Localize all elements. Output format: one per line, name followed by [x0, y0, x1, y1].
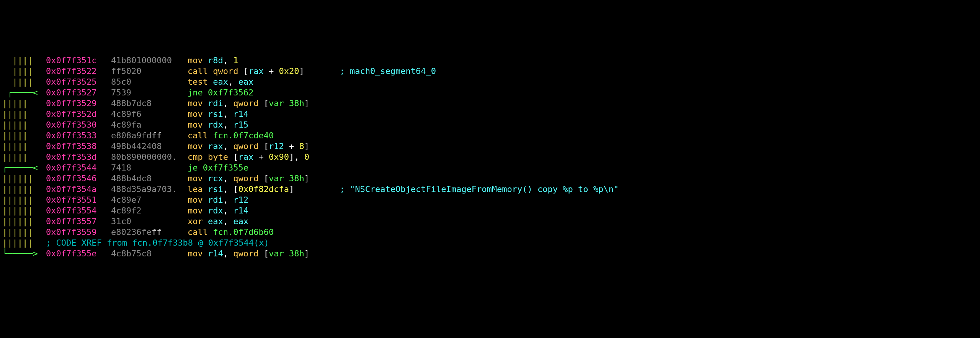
opcode-bytes: e808a9fdff — [111, 130, 188, 141]
instruction[interactable]: call qword [rax + 0x20] — [188, 66, 304, 77]
instruction[interactable]: jne 0xf7f3562 — [188, 87, 253, 98]
flow-column: |||| — [0, 55, 46, 66]
instruction[interactable]: mov rdi, r12 — [188, 195, 248, 205]
instruction[interactable]: mov rsi, r14 — [188, 109, 248, 120]
address[interactable]: 0x0f7f3544 — [46, 162, 111, 173]
opcode-bytes: 488d35a9a703. — [111, 184, 188, 195]
opcode-bytes: 80b890000000. — [111, 152, 188, 162]
address[interactable]: 0x0f7f355e — [46, 248, 111, 259]
disasm-row[interactable]: |||||0x0f7f353d80b890000000.cmp byte [ra… — [0, 152, 980, 162]
disasm-row[interactable]: ┌─────<0x0f7f35447418je 0xf7f355e — [0, 162, 980, 173]
instruction[interactable]: mov rdx, r14 — [188, 205, 248, 216]
address[interactable]: 0x0f7f3557 — [46, 216, 111, 227]
instruction[interactable]: mov r8d, 1 — [188, 55, 238, 66]
address[interactable]: 0x0f7f354a — [46, 184, 111, 195]
instruction[interactable]: je 0xf7f355e — [188, 162, 248, 173]
disasm-row[interactable]: |||||0x0f7f3533e808a9fdffcall fcn.0f7cde… — [0, 130, 980, 141]
disasm-row[interactable]: ||||||0x0f7f3559e80236feffcall fcn.0f7d6… — [0, 227, 980, 238]
flow-column: ||||| — [0, 152, 46, 162]
flow-column: |||| — [0, 66, 46, 77]
opcode-bytes: 7418 — [111, 162, 188, 173]
address[interactable]: 0x0f7f3546 — [46, 173, 111, 184]
opcode-bytes: 85c0 — [111, 77, 188, 87]
disasm-row[interactable]: ||||||0x0f7f35514c89e7mov rdi, r12 — [0, 195, 980, 205]
opcode-bytes: 488b7dc8 — [111, 98, 188, 109]
instruction[interactable]: mov rdi, qword [var_38h] — [188, 98, 309, 109]
disasm-row[interactable]: |||||0x0f7f352d4c89f6mov rsi, r14 — [0, 109, 980, 120]
disasm-row[interactable]: ||||||0x0f7f354a488d35a9a703.lea rsi, [0… — [0, 184, 980, 195]
disasm-row[interactable]: ||||||0x0f7f3546488b4dc8mov rcx, qword [… — [0, 173, 980, 184]
disasm-row[interactable]: ||||0x0f7f351c41b801000000mov r8d, 1 — [0, 55, 980, 66]
instruction[interactable]: mov rdx, r15 — [188, 120, 248, 130]
opcode-bytes: 498b442408 — [111, 141, 188, 152]
opcode-bytes: 31c0 — [111, 216, 188, 227]
flow-column: |||||| — [0, 205, 46, 216]
address[interactable]: 0x0f7f3522 — [46, 66, 111, 77]
flow-column: ||||| — [0, 109, 46, 120]
instruction[interactable]: mov r14, qword [var_38h] — [188, 248, 309, 259]
flow-column: ┌────< — [0, 87, 46, 98]
opcode-bytes: 488b4dc8 — [111, 173, 188, 184]
opcode-bytes: ff5020 — [111, 66, 188, 77]
address[interactable]: 0x0f7f3529 — [46, 98, 111, 109]
address[interactable]: 0x0f7f352d — [46, 109, 111, 120]
opcode-bytes: 4c89f6 — [111, 109, 188, 120]
instruction[interactable]: mov rax, qword [r12 + 8] — [188, 141, 309, 152]
opcode-bytes: 4c89e7 — [111, 195, 188, 205]
disasm-row[interactable]: ||||||; CODE XREF from fcn.0f7f33b8 @ 0x… — [0, 238, 980, 248]
disasm-row[interactable]: └─────>0x0f7f355e4c8b75c8mov r14, qword … — [0, 248, 980, 259]
disasm-row[interactable]: ┌────<0x0f7f35277539jne 0xf7f3562 — [0, 87, 980, 98]
address[interactable]: 0x0f7f3551 — [46, 195, 111, 205]
flow-column: |||||| — [0, 238, 46, 248]
opcode-bytes: 4c8b75c8 — [111, 248, 188, 259]
flow-column: |||||| — [0, 195, 46, 205]
address[interactable]: 0x0f7f351c — [46, 55, 111, 66]
disasm-row[interactable]: ||||0x0f7f3522ff5020call qword [rax + 0x… — [0, 66, 980, 77]
disasm-row[interactable]: ||||||0x0f7f35544c89f2mov rdx, r14 — [0, 205, 980, 216]
flow-column: |||||| — [0, 216, 46, 227]
flow-column: |||| — [0, 77, 46, 87]
flow-column: └─────> — [0, 248, 46, 259]
address[interactable]: 0x0f7f3538 — [46, 141, 111, 152]
address[interactable]: 0x0f7f3533 — [46, 130, 111, 141]
disassembly-view[interactable]: ||||0x0f7f351c41b801000000mov r8d, 1 |||… — [0, 54, 980, 338]
disasm-row[interactable]: |||||0x0f7f3529488b7dc8mov rdi, qword [v… — [0, 98, 980, 109]
opcode-bytes: 4c89fa — [111, 120, 188, 130]
comment: ; "NSCreateObjectFileImageFromMemory() c… — [340, 184, 618, 195]
flow-column: |||||| — [0, 173, 46, 184]
disasm-row[interactable]: |||||0x0f7f35304c89famov rdx, r15 — [0, 120, 980, 130]
instruction[interactable]: lea rsi, [0x0f82dcfa] — [188, 184, 294, 195]
instruction[interactable]: test eax, eax — [188, 77, 253, 87]
disasm-row[interactable]: ||||||0x0f7f355731c0xor eax, eax — [0, 216, 980, 227]
opcode-bytes: 4c89f2 — [111, 205, 188, 216]
opcode-bytes: 41b801000000 — [111, 55, 188, 66]
address[interactable]: 0x0f7f353d — [46, 152, 111, 162]
disasm-row[interactable]: |||||0x0f7f3538498b442408mov rax, qword … — [0, 141, 980, 152]
instruction[interactable]: call fcn.0f7cde40 — [188, 130, 274, 141]
instruction[interactable]: cmp byte [rax + 0x90], 0 — [188, 152, 309, 162]
opcode-bytes: 7539 — [111, 87, 188, 98]
code-xref: ; CODE XREF from fcn.0f7f33b8 @ 0xf7f354… — [46, 238, 269, 248]
disasm-row[interactable]: ||||0x0f7f352585c0test eax, eax — [0, 77, 980, 87]
flow-column: |||||| — [0, 184, 46, 195]
address[interactable]: 0x0f7f3559 — [46, 227, 111, 238]
address[interactable]: 0x0f7f3525 — [46, 77, 111, 87]
comment: ; mach0_segment64_0 — [340, 66, 436, 77]
address[interactable]: 0x0f7f3530 — [46, 120, 111, 130]
opcode-bytes: e80236feff — [111, 227, 188, 238]
instruction[interactable]: mov rcx, qword [var_38h] — [188, 173, 309, 184]
address[interactable]: 0x0f7f3527 — [46, 87, 111, 98]
flow-column: ┌─────< — [0, 162, 46, 173]
flow-column: ||||| — [0, 130, 46, 141]
instruction[interactable]: call fcn.0f7d6b60 — [188, 227, 274, 238]
instruction[interactable]: xor eax, eax — [188, 216, 248, 227]
flow-column: |||||| — [0, 227, 46, 238]
flow-column: ||||| — [0, 98, 46, 109]
flow-column: ||||| — [0, 120, 46, 130]
address[interactable]: 0x0f7f3554 — [46, 205, 111, 216]
flow-column: ||||| — [0, 141, 46, 152]
